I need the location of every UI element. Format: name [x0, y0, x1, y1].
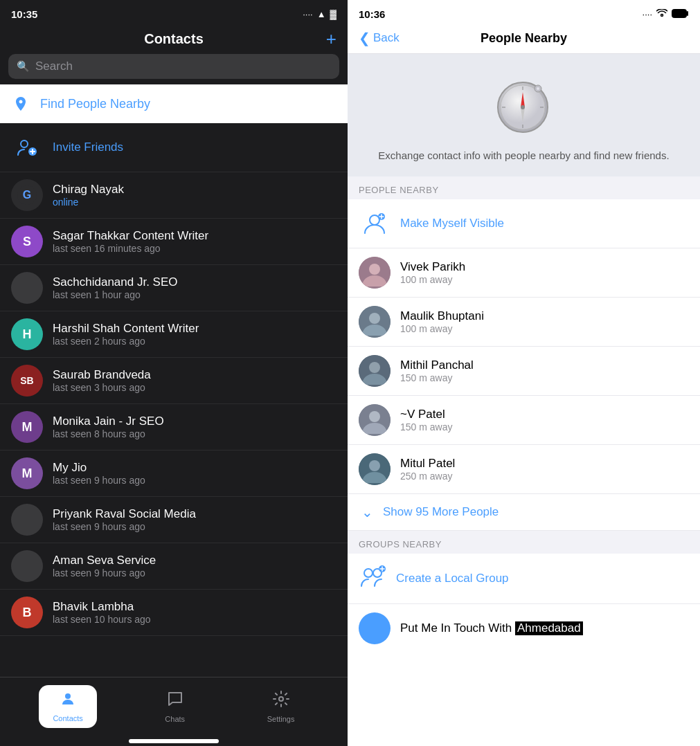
contact-row[interactable]: M Monika Jain - Jr SEO last seen 8 hours… — [0, 404, 348, 451]
contacts-tab-icon — [60, 691, 76, 711]
add-contact-button[interactable]: + — [326, 28, 336, 50]
tab-contacts[interactable]: Contacts — [39, 685, 96, 728]
right-panel: 10:36 ···· ❮ Back People Nearby — [348, 0, 700, 746]
make-visible-icon — [359, 208, 391, 239]
left-panel: 10:35 ···· ▲ ▓ Contacts + 🔍 Search Find … — [0, 0, 348, 746]
contact-info: Chirag Nayak online — [53, 183, 124, 208]
battery-icon: ▓ — [330, 9, 336, 19]
wifi-icon: ▲ — [317, 9, 326, 19]
contact-row[interactable]: B Bhavik Lambha last seen 10 hours ago — [0, 590, 348, 636]
search-icon: 🔍 — [17, 60, 30, 73]
right-page-title: People Nearby — [481, 31, 567, 46]
chevron-down-icon: ⌄ — [361, 504, 373, 520]
contact-status: last seen 2 hours ago — [53, 336, 199, 347]
tab-chats[interactable]: Chats — [147, 690, 203, 723]
contact-row[interactable]: S Sagar Thakkar Content Writer last seen… — [0, 219, 348, 265]
find-people-nearby-label: Find People Nearby — [40, 97, 150, 111]
left-time: 10:35 — [11, 8, 37, 20]
avatar: B — [11, 597, 43, 628]
person-name: Mithil Panchal — [400, 358, 474, 372]
person-row[interactable]: Vivek Parikh 100 m away — [348, 248, 700, 298]
show-more-label: Show 95 More People — [383, 505, 499, 519]
person-row[interactable]: Mithil Panchal 150 m away — [348, 347, 700, 396]
wifi-icon — [656, 9, 667, 19]
contact-status: last seen 16 minutes ago — [53, 243, 208, 254]
avatar: S — [11, 226, 43, 257]
person-row[interactable]: Maulik Bhuptani 100 m away — [348, 298, 700, 347]
people-nearby-label: PEOPLE NEARBY — [359, 185, 439, 195]
right-status-icons: ···· — [643, 9, 689, 20]
contact-status: last seen 9 hours ago — [53, 521, 196, 532]
contact-name: Harshil Shah Content Writer — [53, 322, 199, 336]
invite-friends-row[interactable]: Invite Friends — [0, 123, 348, 172]
search-bar[interactable]: 🔍 Search — [8, 54, 339, 79]
groups-nearby-label: GROUPS NEARBY — [359, 539, 442, 549]
create-local-group-row[interactable]: Create a Local Group — [348, 554, 700, 604]
avatar — [359, 306, 391, 338]
avatar — [359, 257, 391, 289]
contact-info: Harshil Shah Content Writer last seen 2 … — [53, 322, 199, 347]
person-row[interactable]: Mitul Patel 250 m away — [348, 445, 700, 494]
make-visible-label: Make Myself Visible — [400, 217, 504, 230]
left-header: Contacts + — [0, 24, 348, 54]
avatar — [11, 272, 43, 304]
chats-tab-icon — [166, 690, 184, 712]
person-info: ~V Patel 150 m away — [400, 408, 452, 433]
svg-point-19 — [370, 215, 379, 225]
svg-point-5 — [279, 697, 283, 701]
contact-row[interactable]: H Harshil Shah Content Writer last seen … — [0, 311, 348, 358]
svg-point-30 — [369, 460, 380, 471]
person-distance: 150 m away — [400, 372, 474, 383]
find-people-nearby-row[interactable]: Find People Nearby — [0, 84, 348, 123]
contact-status: online — [53, 197, 124, 208]
avatar: H — [11, 318, 43, 350]
contact-status: last seen 10 hours ago — [53, 614, 151, 625]
contact-row[interactable]: SB Saurab Brandveda last seen 3 hours ag… — [0, 358, 348, 404]
avatar: SB — [11, 365, 43, 397]
people-nearby-list: Make Myself Visible Vivek Parikh 100 m a… — [348, 199, 700, 746]
person-info: Vivek Parikh 100 m away — [400, 260, 465, 285]
back-button[interactable]: ❮ Back — [359, 30, 400, 46]
compass-section: Exchange contact info with people nearby… — [348, 54, 700, 176]
tab-settings[interactable]: Settings — [253, 690, 309, 723]
contact-name: Monika Jain - Jr SEO — [53, 415, 164, 428]
svg-point-4 — [65, 693, 71, 699]
left-status-icons: ···· ▲ ▓ — [303, 9, 336, 19]
group-avatar — [359, 612, 391, 644]
svg-point-31 — [364, 569, 373, 577]
contact-row[interactable]: G Chirag Nayak online — [0, 172, 348, 219]
contact-row[interactable]: M My Jio last seen 9 hours ago — [0, 451, 348, 497]
dots-icon: ···· — [303, 9, 312, 19]
svg-point-28 — [369, 411, 380, 422]
person-name: Vivek Parikh — [400, 260, 465, 274]
create-group-icon — [359, 563, 386, 594]
make-myself-visible-row[interactable]: Make Myself Visible — [348, 199, 700, 248]
person-row[interactable]: ~V Patel 150 m away — [348, 396, 700, 445]
invite-friends-icon — [11, 131, 43, 163]
highlighted-text: Ahmedabad — [515, 621, 583, 635]
chats-tab-label: Chats — [165, 715, 185, 723]
svg-point-22 — [369, 264, 380, 275]
contact-status: last seen 9 hours ago — [53, 567, 156, 579]
back-label: Back — [373, 31, 400, 45]
contact-name: Bhavik Lambha — [53, 600, 151, 614]
put-me-in-touch-row[interactable]: Put Me In Touch With Ahmedabad — [348, 604, 700, 653]
avatar — [359, 355, 391, 387]
contact-row[interactable]: Aman Seva Service last seen 9 hours ago — [0, 543, 348, 590]
show-more-people-row[interactable]: ⌄ Show 95 More People — [348, 494, 700, 531]
contact-status: last seen 8 hours ago — [53, 428, 164, 439]
contacts-list: Invite Friends G Chirag Nayak online S S… — [0, 123, 348, 677]
contact-row[interactable]: Sachchidanand Jr. SEO last seen 1 hour a… — [0, 265, 348, 311]
avatar — [359, 453, 391, 485]
svg-rect-7 — [673, 10, 684, 17]
contact-info: Sagar Thakkar Content Writer last seen 1… — [53, 229, 208, 254]
contact-name: Chirag Nayak — [53, 183, 124, 197]
contact-name: My Jio — [53, 461, 145, 475]
contact-info: Aman Seva Service last seen 9 hours ago — [53, 554, 156, 579]
avatar: M — [11, 411, 43, 443]
contact-info: My Jio last seen 9 hours ago — [53, 461, 145, 486]
contact-info: Priyank Raval Social Media last seen 9 h… — [53, 507, 196, 532]
left-status-bar: 10:35 ···· ▲ ▓ — [0, 0, 348, 24]
contact-row[interactable]: Priyank Raval Social Media last seen 9 h… — [0, 497, 348, 543]
compass-description: Exchange contact info with people nearby… — [378, 148, 669, 163]
